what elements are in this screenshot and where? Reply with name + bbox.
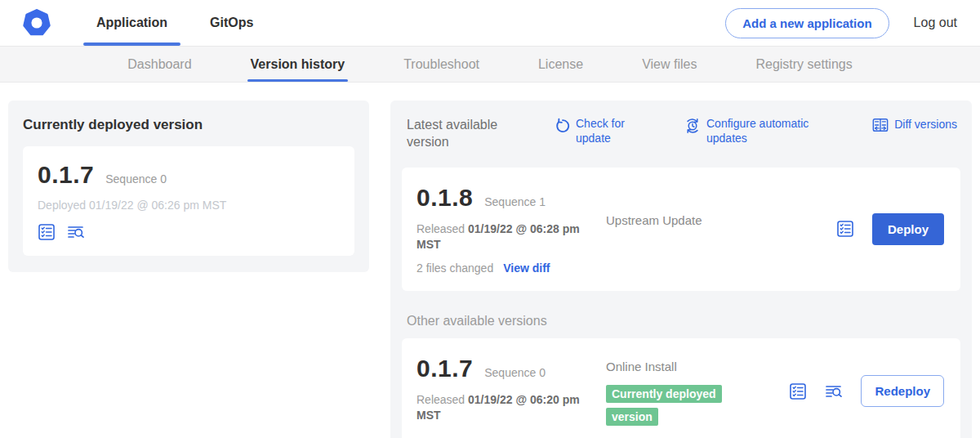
other-sequence-label: Sequence 0 — [484, 366, 546, 379]
other-available-versions-heading: Other available versions — [407, 314, 960, 328]
latest-released-timestamp: Released 01/19/22 @ 06:28 pm MST — [416, 221, 592, 253]
deployed-sequence-label: Sequence 0 — [105, 172, 167, 185]
released-label: Released — [416, 222, 468, 235]
top-header: Application GitOps Add a new application… — [0, 0, 980, 47]
tab-application-label: Application — [96, 16, 167, 30]
deployed-version-card: 0.1.7 Sequence 0 Deployed 01/19/22 @ 06:… — [23, 146, 354, 256]
primary-tabs: Application GitOps — [83, 0, 283, 46]
clock-refresh-icon — [684, 118, 701, 134]
refresh-icon — [554, 118, 570, 134]
subnav-view-files[interactable]: View files — [640, 47, 698, 82]
released-label: Released — [416, 393, 468, 406]
deployed-timestamp: Deployed 01/19/22 @ 06:26 pm MST — [38, 199, 340, 212]
other-source-label: Online Install — [606, 360, 677, 373]
deploy-button[interactable]: Deploy — [872, 213, 944, 245]
check-for-update-label: Check for update — [576, 117, 639, 145]
check-for-update-button[interactable]: Check for update — [554, 117, 639, 145]
files-changed-label: 2 files changed — [416, 261, 493, 275]
deployed-version-number: 0.1.7 — [38, 161, 94, 189]
subnav-version-history[interactable]: Version history — [249, 47, 347, 82]
preflight-checks-icon[interactable] — [38, 223, 56, 241]
add-new-application-button[interactable]: Add a new application — [725, 8, 889, 38]
subnav-dashboard[interactable]: Dashboard — [126, 47, 193, 82]
diff-versions-button[interactable]: Diff versions — [872, 117, 957, 133]
tab-gitops-label: GitOps — [210, 16, 253, 30]
preflight-checks-icon[interactable] — [789, 382, 807, 400]
configure-automatic-updates-label: Configure automatic updates — [706, 117, 827, 145]
view-diff-link[interactable]: View diff — [503, 261, 550, 275]
logout-link[interactable]: Log out — [914, 16, 957, 30]
deploy-logs-icon[interactable] — [67, 223, 85, 241]
other-version-number: 0.1.7 — [416, 355, 473, 382]
deploy-logs-icon[interactable] — [825, 382, 843, 400]
preflight-checks-icon[interactable] — [836, 220, 854, 238]
available-versions-panel: Latest available version Check for updat… — [390, 101, 972, 438]
app-logo-icon — [23, 9, 51, 37]
currently-deployed-panel: Currently deployed version 0.1.7 Sequenc… — [8, 101, 369, 272]
latest-sequence-label: Sequence 1 — [484, 195, 546, 208]
subnav-registry-settings[interactable]: Registry settings — [754, 47, 853, 82]
currently-deployed-title: Currently deployed version — [23, 117, 354, 133]
latest-source-label: Upstream Update — [606, 213, 702, 227]
tab-application[interactable]: Application — [83, 0, 180, 46]
subnav-license[interactable]: License — [537, 47, 585, 82]
currently-deployed-badge: Currently deployed version — [606, 385, 722, 426]
configure-automatic-updates-button[interactable]: Configure automatic updates — [684, 117, 827, 145]
app-logo[interactable] — [23, 0, 51, 46]
other-version-card: 0.1.7 Sequence 0 Released 01/19/22 @ 06:… — [402, 338, 960, 438]
other-released-timestamp: Released 01/19/22 @ 06:20 pm MST — [416, 392, 592, 424]
subnav-troubleshoot[interactable]: Troubleshoot — [402, 47, 481, 82]
latest-version-card: 0.1.8 Sequence 1 Released 01/19/22 @ 06:… — [402, 168, 960, 291]
diff-versions-label: Diff versions — [894, 118, 957, 132]
redeploy-button[interactable]: Redeploy — [861, 375, 944, 407]
diff-icon — [872, 117, 889, 133]
app-subnav: Dashboard Version history Troubleshoot L… — [0, 47, 980, 83]
latest-version-number: 0.1.8 — [416, 184, 473, 212]
latest-available-title: Latest available version — [407, 117, 513, 151]
tab-gitops[interactable]: GitOps — [197, 0, 266, 46]
